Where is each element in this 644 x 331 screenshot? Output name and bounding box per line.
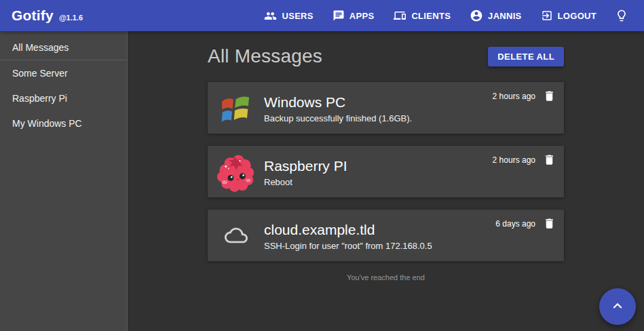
trash-icon bbox=[543, 222, 556, 232]
lightbulb-icon bbox=[615, 9, 628, 22]
message-meta: 6 days ago bbox=[490, 210, 564, 231]
end-of-list-text: You've reached the end bbox=[208, 273, 564, 281]
logout-icon bbox=[541, 9, 553, 22]
nav-users-button[interactable]: USERS bbox=[257, 4, 320, 28]
sidebar-item-label: My Windows PC bbox=[12, 118, 82, 129]
nav-apps-button[interactable]: APPS bbox=[326, 4, 381, 27]
message-title: Windows PC bbox=[264, 94, 487, 111]
nav-apps-label: APPS bbox=[349, 11, 375, 21]
sidebar-item-my-windows-pc[interactable]: My Windows PC bbox=[0, 111, 127, 136]
message-meta: 2 hours ago bbox=[487, 146, 564, 167]
delete-all-button[interactable]: DELETE ALL bbox=[488, 47, 564, 66]
page-title: All Messages bbox=[208, 45, 322, 67]
message-title: Raspberry PI bbox=[264, 157, 487, 175]
message-timestamp: 6 days ago bbox=[495, 217, 535, 231]
nav-logout-label: LOGOUT bbox=[558, 11, 596, 21]
nav-clients-label: CLIENTS bbox=[411, 11, 451, 21]
message-content: Windows PC Backup successfully finished … bbox=[264, 92, 487, 124]
sidebar-item-label: Raspberry Pi bbox=[12, 93, 67, 104]
sidebar-item-label: Some Server bbox=[12, 68, 68, 79]
nav-clients-button[interactable]: CLIENTS bbox=[386, 4, 457, 27]
message-content: Raspberry PI Reboot bbox=[264, 156, 487, 188]
top-app-bar: Gotify @1.1.6 USERS APPS CLIENTS JANNIS bbox=[0, 0, 644, 31]
message-title: cloud.example.tld bbox=[264, 221, 490, 239]
windows-logo-icon bbox=[216, 89, 255, 128]
users-icon bbox=[264, 9, 277, 22]
sidebar-item-some-server[interactable]: Some Server bbox=[0, 60, 127, 85]
sidebar: All Messages Some Server Raspberry Pi My… bbox=[0, 31, 128, 331]
cloud-icon bbox=[216, 216, 255, 255]
message-timestamp: 2 hours ago bbox=[493, 153, 535, 167]
delete-message-button[interactable] bbox=[543, 153, 556, 166]
chevron-up-icon bbox=[609, 297, 626, 317]
nav-logout-button[interactable]: LOGOUT bbox=[534, 4, 603, 27]
sidebar-item-raspberry-pi[interactable]: Raspberry Pi bbox=[0, 85, 127, 111]
sidebar-item-label: All Messages bbox=[12, 42, 69, 53]
message-body: SSH-Login for user "root" from 172.168.0… bbox=[264, 240, 490, 252]
message-timestamp: 2 hours ago bbox=[493, 90, 535, 103]
brand: Gotify @1.1.6 bbox=[12, 7, 83, 24]
message-body: Reboot bbox=[264, 176, 487, 188]
main-content: All Messages DELETE ALL Windows PC Backu… bbox=[128, 31, 644, 331]
chat-icon bbox=[333, 9, 345, 22]
nav-users-label: USERS bbox=[282, 11, 313, 21]
message-content: cloud.example.tld SSH-Login for user "ro… bbox=[264, 220, 490, 252]
devices-icon bbox=[393, 9, 406, 22]
page-header: All Messages DELETE ALL bbox=[208, 45, 564, 68]
raspberry-icon bbox=[216, 153, 255, 191]
message-card: Windows PC Backup successfully finished … bbox=[208, 82, 564, 134]
app-title: Gotify bbox=[12, 7, 54, 24]
trash-icon bbox=[543, 158, 556, 168]
trash-icon bbox=[543, 94, 556, 104]
nav-account-button[interactable]: JANNIS bbox=[463, 3, 528, 28]
message-card: Raspberry PI Reboot 2 hours ago bbox=[208, 146, 564, 197]
app-version: @1.1.6 bbox=[59, 14, 83, 22]
message-card: cloud.example.tld SSH-Login for user "ro… bbox=[208, 210, 564, 261]
scroll-to-top-fab[interactable] bbox=[599, 288, 636, 325]
message-meta: 2 hours ago bbox=[487, 82, 564, 103]
delete-message-button[interactable] bbox=[543, 217, 556, 230]
delete-message-button[interactable] bbox=[543, 90, 556, 102]
top-navigation: USERS APPS CLIENTS JANNIS LOGOUT bbox=[257, 3, 634, 28]
nav-account-label: JANNIS bbox=[488, 11, 521, 21]
account-circle-icon bbox=[470, 9, 483, 22]
sidebar-item-all-messages[interactable]: All Messages bbox=[0, 35, 127, 60]
theme-toggle-button[interactable] bbox=[609, 3, 634, 28]
message-body: Backup successfully finished (1.6GB). bbox=[264, 113, 487, 124]
